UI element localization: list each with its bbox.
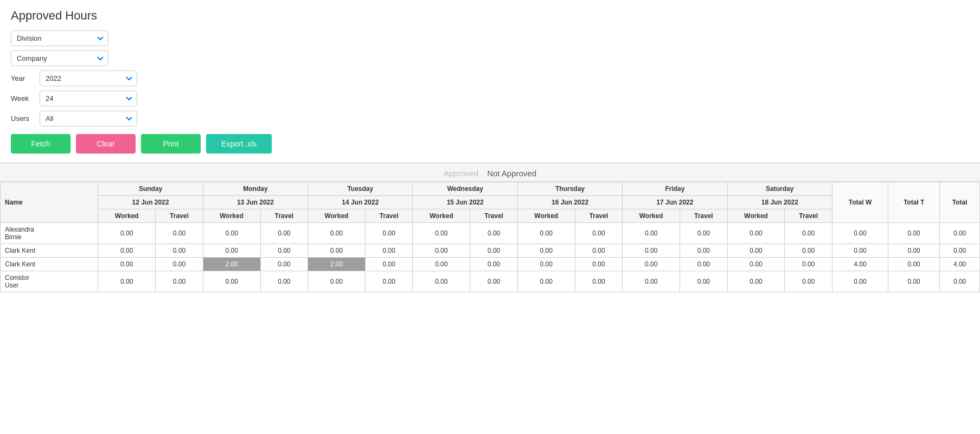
users-label: Users (11, 114, 35, 123)
legend-not-approved: Not Approved (487, 169, 536, 178)
total-cell: 0.00 (940, 244, 980, 258)
week-label: Week (11, 94, 35, 103)
value-cell: 0.00 (680, 244, 728, 258)
mon-travel: Travel (260, 209, 308, 223)
value-cell: 0.00 (308, 271, 366, 292)
clear-button[interactable]: Clear (76, 134, 136, 154)
friday-header: Friday (623, 182, 727, 196)
value-cell: 0.00 (156, 223, 203, 244)
value-cell: 0.00 (413, 244, 470, 258)
value-cell: 0.00 (680, 271, 728, 292)
table-row: Comidor User0.000.000.000.000.000.000.00… (1, 271, 980, 292)
year-select[interactable]: 2022 (40, 71, 137, 86)
sat-travel: Travel (785, 209, 832, 223)
company-select[interactable]: Company (11, 50, 108, 66)
value-cell: 0.00 (260, 271, 308, 292)
value-cell: 0.00 (365, 223, 413, 244)
value-cell: 0.00 (260, 223, 308, 244)
value-cell: 0.00 (785, 271, 832, 292)
name-cell: Clark Kent (1, 244, 98, 258)
value-cell: 0.00 (623, 271, 680, 292)
wed-travel: Travel (470, 209, 518, 223)
value-cell: 0.00 (727, 258, 785, 271)
wed-worked: Worked (413, 209, 470, 223)
total-cell: 0.00 (888, 223, 940, 244)
tue-date: 14 Jun 2022 (308, 196, 413, 209)
value-cell: 0.00 (785, 244, 832, 258)
value-cell: 0.00 (413, 271, 470, 292)
sun-worked: Worked (98, 209, 156, 223)
total-cell: 0.00 (832, 244, 888, 258)
year-filter-group: Year 2022 (11, 71, 969, 86)
value-cell: 0.00 (680, 223, 728, 244)
value-cell: 0.00 (575, 258, 623, 271)
week-select[interactable]: 24 (40, 91, 137, 106)
value-cell: 0.00 (517, 271, 575, 292)
header-row-1: Name Sunday Monday Tuesday Wednesday Thu… (1, 182, 980, 196)
value-cell: 0.00 (575, 223, 623, 244)
value-cell: 0.00 (727, 223, 785, 244)
division-select[interactable]: Division (11, 30, 108, 46)
value-cell: 0.00 (156, 258, 203, 271)
total-cell: 0.00 (888, 258, 940, 271)
value-cell: 0.00 (470, 271, 518, 292)
value-cell: 0.00 (156, 271, 203, 292)
value-cell: 0.00 (203, 271, 260, 292)
thu-travel: Travel (575, 209, 623, 223)
value-cell: 0.00 (517, 223, 575, 244)
name-header: Name (1, 182, 98, 223)
total-cell: 0.00 (888, 244, 940, 258)
mon-date: 13 Jun 2022 (203, 196, 308, 209)
thu-date: 16 Jun 2022 (517, 196, 622, 209)
sun-travel: Travel (156, 209, 203, 223)
name-cell: Alexandra Birnie (1, 223, 98, 244)
value-cell: 0.00 (623, 223, 680, 244)
value-cell: 0.00 (308, 244, 366, 258)
total-cell: 4.00 (832, 258, 888, 271)
total-header: Total (940, 182, 980, 223)
fri-travel: Travel (680, 209, 728, 223)
value-cell: 0.00 (98, 258, 156, 271)
export-button[interactable]: Export .xls (206, 134, 272, 154)
table-section: Name Sunday Monday Tuesday Wednesday Thu… (0, 182, 980, 292)
value-cell: 0.00 (623, 258, 680, 271)
value-cell: 0.00 (365, 271, 413, 292)
value-cell: 0.00 (98, 223, 156, 244)
wed-date: 15 Jun 2022 (413, 196, 517, 209)
value-cell: 0.00 (727, 244, 785, 258)
value-cell: 0.00 (413, 258, 470, 271)
value-cell: 0.00 (517, 258, 575, 271)
sun-date: 12 Jun 2022 (98, 196, 203, 209)
legend-row: Approved Not Approved (0, 163, 980, 182)
buttons-row: Fetch Clear Print Export .xls (11, 134, 969, 154)
name-cell: Clark Kent (1, 258, 98, 271)
value-cell: 0.00 (785, 223, 832, 244)
table-row: Clark Kent0.000.000.000.000.000.000.000.… (1, 244, 980, 258)
table-row: Alexandra Birnie0.000.000.000.000.000.00… (1, 223, 980, 244)
week-filter-group: Week 24 (11, 91, 969, 106)
total-cell: 4.00 (940, 258, 980, 271)
division-filter-group: Division (11, 30, 969, 46)
name-cell: Comidor User (1, 271, 98, 292)
filters-row: Division Company Year 2022 Week 24 (11, 30, 969, 126)
wednesday-header: Wednesday (413, 182, 517, 196)
saturday-header: Saturday (727, 182, 832, 196)
value-cell: 2.00 (203, 258, 260, 271)
total-cell: 0.00 (940, 271, 980, 292)
total-cell: 0.00 (832, 223, 888, 244)
legend-approved: Approved (444, 169, 478, 178)
page-container: Approved Hours Division Company Year 202… (0, 0, 980, 434)
users-select[interactable]: All (40, 111, 137, 126)
value-cell: 0.00 (680, 258, 728, 271)
tue-travel: Travel (365, 209, 413, 223)
users-filter-group: Users All (11, 111, 969, 126)
total-cell: 0.00 (832, 271, 888, 292)
thu-worked: Worked (517, 209, 575, 223)
value-cell: 0.00 (785, 258, 832, 271)
value-cell: 0.00 (260, 244, 308, 258)
fetch-button[interactable]: Fetch (11, 134, 71, 154)
print-button[interactable]: Print (141, 134, 201, 154)
company-filter-group: Company (11, 50, 969, 66)
total-t-header: Total T (888, 182, 940, 223)
monday-header: Monday (203, 182, 308, 196)
